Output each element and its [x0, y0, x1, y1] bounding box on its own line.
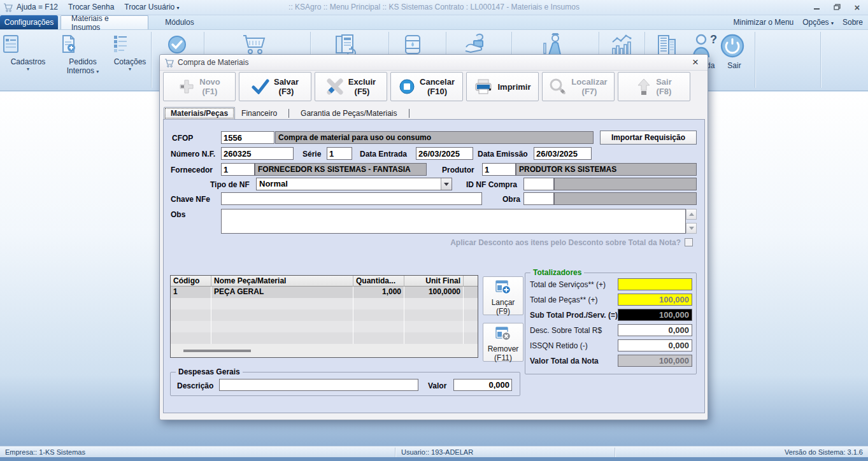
serie-input[interactable] [327, 147, 352, 160]
descricao-input[interactable] [219, 379, 418, 391]
obra-label: Obra [502, 195, 520, 204]
data-emissao-input[interactable] [534, 147, 592, 160]
total-pecas-label: Total de Peças** (+) [530, 295, 597, 304]
obra-input[interactable] [523, 192, 554, 205]
minimizar-menu-link[interactable]: Minimizar o Menu [734, 18, 794, 27]
data-entrada-input[interactable] [416, 147, 473, 160]
horizontal-scrollbar[interactable] [183, 350, 251, 352]
valor-input[interactable] [453, 379, 512, 391]
restore-button[interactable] [830, 2, 844, 12]
id-nf-input[interactable] [523, 178, 554, 190]
minimize-button[interactable] [809, 2, 823, 12]
chevron-down-icon: ▾ [831, 20, 834, 26]
arrow-up-icon [636, 78, 651, 96]
tab-materiais-insumos[interactable]: Materiais e Insumos [60, 15, 148, 29]
power-icon [720, 33, 749, 59]
sair-dialog-button[interactable]: Sair(F8) [618, 72, 690, 101]
cfop-input[interactable] [221, 131, 274, 144]
dialog-title: Compra de Materiais [178, 58, 248, 67]
col-codigo: Código [171, 276, 211, 287]
triangle-down-icon [689, 227, 694, 230]
tipo-nf-label: Tipo de NF [210, 180, 250, 189]
produtor-nome: PRODUTOR KS SISTEMAS [516, 163, 697, 176]
col-nome: Nome Peça/Material [211, 276, 353, 287]
document-plus-icon [57, 33, 108, 55]
despesas-gerais-title: Despesas Gerais [176, 367, 243, 376]
numero-nf-input[interactable] [221, 147, 294, 160]
form-icon [0, 33, 56, 55]
window-x-icon [495, 326, 511, 341]
tab-financeiro[interactable]: Financeiro [235, 108, 283, 120]
table-header-row: Código Nome Peça/Material Quantida... Un… [171, 276, 478, 287]
chave-nfe-input[interactable] [221, 192, 482, 205]
materiais-pecas-page: CFOP Compra de material para uso ou cons… [163, 119, 705, 413]
chevron-down-icon: ▾ [177, 5, 180, 11]
menu-trocar-senha[interactable]: Trocar Senha [68, 3, 114, 11]
id-nf-label: ID NF Compra [466, 180, 517, 189]
aplicar-desconto-checkbox[interactable] [685, 238, 693, 246]
chave-nfe-label: Chave NFe [171, 195, 210, 204]
scroll-up-button[interactable] [686, 209, 697, 220]
obra-descricao [554, 192, 697, 205]
opcoes-menu[interactable]: Opções ▾ [802, 18, 834, 27]
dialog-close-icon[interactable]: × [688, 55, 702, 69]
chevron-down-icon [444, 183, 449, 186]
items-table[interactable]: Código Nome Peça/Material Quantida... Un… [170, 275, 478, 358]
novo-button[interactable]: Novo(F1) [163, 72, 236, 101]
window-plus-icon [495, 280, 511, 295]
cfop-description: Compra de material para uso ou consumo [275, 131, 594, 144]
ribbon-item-pedidos-internos[interactable]: Pedidos Internos ▾ [57, 33, 108, 75]
scroll-down-button[interactable] [686, 223, 697, 234]
dialog-titlebar[interactable]: Compra de Materiais × [160, 55, 708, 71]
sobre-link[interactable]: Sobre [843, 18, 863, 27]
stop-icon [399, 78, 415, 95]
dialog-tabs: Materiais/Peças Financeiro Garantia de P… [164, 107, 415, 120]
tab-separator [288, 109, 289, 118]
issqn-label: ISSQN Retido (-) [530, 341, 588, 350]
ribbon-item-sair[interactable]: Sair [720, 33, 749, 70]
tipo-nf-select[interactable]: Normal [256, 178, 452, 190]
chevron-down-icon: ▾ [0, 66, 56, 73]
lancar-button[interactable]: Lançar(F9) [483, 276, 523, 315]
table-empty-row [171, 321, 478, 332]
chevron-down-icon: ▾ [96, 69, 99, 74]
ribbon-item-cotacoes[interactable]: Cotações ▾ [110, 33, 150, 73]
x-diamond-icon [326, 78, 344, 95]
localizar-button[interactable]: Localizar(F7) [542, 72, 615, 101]
table-empty-row [171, 298, 478, 309]
app-cart-icon [3, 3, 13, 13]
status-empresa: Empresa:: 1-KS Sistemas [5, 448, 85, 456]
desconto-value[interactable]: 0,000 [618, 324, 692, 336]
subtotal-label: Sub Total Prod./Serv. (=) [530, 311, 618, 320]
produtor-code-input[interactable] [482, 163, 516, 176]
imprimir-button[interactable]: Imprimir [466, 72, 539, 101]
tab-configuracoes[interactable]: Configurações [0, 15, 58, 29]
tab-materiais-pecas[interactable]: Materiais/Peças [164, 107, 235, 120]
cancelar-button[interactable]: Cancelar(F10) [390, 72, 463, 101]
menu-trocar-usuario[interactable]: Trocar Usuário ▾ [124, 3, 179, 11]
total-servicos-value[interactable] [618, 278, 692, 290]
dialog-toolbar: Novo(F1) Salvar(F3) Excluir(F5) Cancelar… [163, 72, 690, 103]
status-separator [615, 448, 615, 458]
printer-icon [474, 78, 493, 95]
excluir-button[interactable]: Excluir(F5) [315, 72, 387, 101]
tab-garantia[interactable]: Garantia de Peças/Materiais [294, 108, 403, 120]
tab-modulos[interactable]: Módulos [151, 15, 208, 29]
salvar-button[interactable]: Salvar(F3) [239, 72, 311, 101]
obs-textarea[interactable] [221, 209, 686, 234]
descricao-label: Descrição [177, 381, 213, 390]
issqn-value[interactable]: 0,000 [618, 339, 692, 351]
remover-button[interactable]: Remover(F11) [483, 323, 523, 362]
valor-label: Valor [428, 381, 446, 390]
totalizadores-title: Totalizadores [530, 268, 584, 277]
combo-arrow-button[interactable] [441, 178, 452, 190]
ribbon-tabbar: Configurações Materiais e Insumos Módulo… [0, 15, 868, 29]
statusbar-bottom-strip [0, 457, 868, 461]
fornecedor-code-input[interactable] [221, 163, 255, 176]
importar-requisicao-button[interactable]: Importar Requisição [600, 131, 697, 145]
close-button[interactable]: × [850, 2, 864, 12]
table-row[interactable]: 1 PEÇA GERAL 1,000 100,0000 [171, 287, 478, 298]
menu-ajuda[interactable]: Ajuda = F12 [17, 3, 58, 11]
ribbon-item-cadastros[interactable]: Cadastros ▾ [0, 33, 56, 73]
total-pecas-value[interactable]: 100,000 [618, 294, 692, 306]
